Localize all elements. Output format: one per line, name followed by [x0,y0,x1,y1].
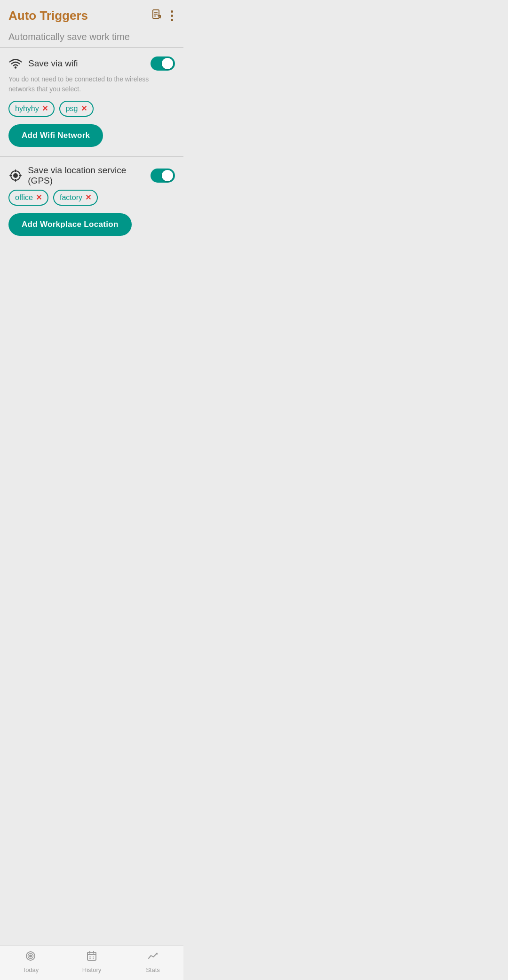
wifi-section: Save via wifi You do not need to be conn… [0,48,183,156]
location-label: office [15,193,33,202]
wifi-network-tag-hyhyhy[interactable]: hyhyhy ✕ [8,101,55,117]
gps-title-row: Save via location service (GPS) [8,165,151,186]
header-icons [151,9,175,23]
wifi-networks-list: hyhyhy ✕ psg ✕ [8,101,175,117]
location-remove-icon[interactable]: ✕ [36,194,42,201]
location-tags-list: office ✕ factory ✕ [8,190,175,206]
add-workplace-location-button[interactable]: Add Workplace Location [8,213,132,236]
location-label: factory [60,193,82,202]
wifi-network-label: psg [66,104,78,113]
wifi-network-tag-psg[interactable]: psg ✕ [59,101,94,117]
svg-point-6 [14,174,17,177]
location-tag-office[interactable]: office ✕ [8,190,48,206]
svg-point-4 [15,66,16,68]
gps-icon [8,169,22,183]
wifi-network-remove-icon[interactable]: ✕ [42,105,48,112]
add-wifi-network-button[interactable]: Add Wifi Network [8,124,103,147]
wifi-section-description: You do not need to be connected to the w… [8,74,175,94]
wifi-section-title: Save via wifi [28,58,78,69]
wifi-icon [8,58,23,69]
page-subtitle: Automatically save work time [0,30,183,47]
wifi-section-header: Save via wifi [8,56,175,71]
report-icon[interactable] [151,9,162,23]
wifi-title-row: Save via wifi [8,58,78,69]
wifi-network-label: hyhyhy [15,104,39,113]
more-options-icon[interactable] [169,9,175,22]
wifi-network-remove-icon[interactable]: ✕ [81,105,87,112]
location-tag-factory[interactable]: factory ✕ [53,190,98,206]
app-header: Auto Triggers [0,0,183,30]
gps-section-title: Save via location service (GPS) [28,165,151,186]
main-content: Automatically save work time Save [0,30,183,283]
location-remove-icon[interactable]: ✕ [85,194,91,201]
wifi-toggle[interactable] [151,56,175,71]
app-title: Auto Triggers [8,8,88,23]
gps-toggle[interactable] [151,169,175,183]
gps-section: Save via location service (GPS) office ✕… [0,157,183,245]
gps-section-header: Save via location service (GPS) [8,165,175,186]
